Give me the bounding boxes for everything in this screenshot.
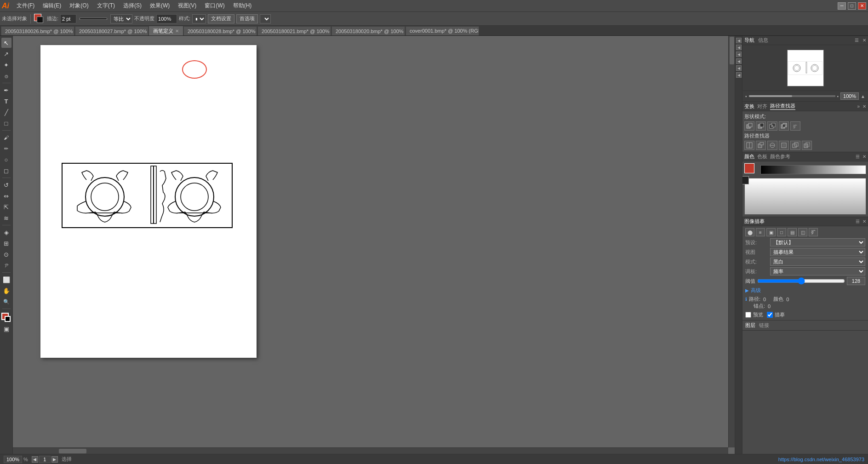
tab-4[interactable]: 200503180021.bmp* @ 100% (RGB/... ✕	[257, 26, 331, 35]
pathfinder-minus-back-btn[interactable]	[802, 141, 812, 150]
pen-tool-btn[interactable]: ✒	[1, 85, 11, 95]
direct-selection-tool-btn[interactable]: ↗	[1, 49, 11, 59]
trace-threshold-input[interactable]: 128	[847, 277, 865, 285]
stroke-color-box[interactable]	[37, 17, 43, 23]
menu-window[interactable]: 窗口(W)	[201, 1, 228, 11]
trace-icon-1[interactable]: ⬤	[745, 228, 754, 236]
screen-mode-btn[interactable]: ▣	[1, 324, 11, 334]
trace-palette-select[interactable]: 频率	[770, 267, 865, 275]
tab-5[interactable]: 200503180020.bmp* @ 100% (RGB/... ✕	[331, 26, 405, 35]
close-button[interactable]: ✕	[858, 2, 866, 10]
trace-menu-btn[interactable]: ☰	[856, 219, 860, 224]
panel-expand-btn-5[interactable]: ◀	[736, 65, 742, 71]
status-prev-btn[interactable]: ◀	[32, 456, 38, 463]
canvas-horizontal-scrollbar[interactable]	[13, 447, 728, 454]
trace-close-btn[interactable]: ✕	[862, 219, 866, 224]
shape-unite-btn[interactable]	[744, 121, 754, 131]
shape-exclude-btn[interactable]	[779, 121, 789, 131]
trace-icon-4[interactable]: □	[777, 228, 786, 236]
artboard-tool-btn[interactable]: ⬜	[1, 275, 11, 285]
path-close-btn[interactable]: ✕	[862, 104, 866, 109]
gradient-area[interactable]	[744, 178, 866, 215]
snap-checkbox[interactable]	[767, 312, 773, 318]
minimize-button[interactable]: ─	[838, 2, 846, 10]
panel-expand-btn-4[interactable]: ◀	[736, 58, 742, 64]
advanced-row[interactable]: ▶ 高级	[745, 287, 865, 294]
zoom-minus-btn[interactable]: ▪	[745, 94, 747, 99]
color-close-btn[interactable]: ✕	[862, 154, 866, 159]
warp-tool-btn[interactable]: ≋	[1, 213, 11, 223]
menu-file[interactable]: 文件(F)	[13, 1, 38, 11]
eraser-tool-btn[interactable]: ◻	[1, 166, 11, 176]
links-tab[interactable]: 链接	[759, 322, 769, 329]
stroke-fill-indicator[interactable]	[34, 14, 45, 24]
shape-minus-btn[interactable]	[756, 121, 766, 131]
blob-brush-tool-btn[interactable]: ○	[1, 155, 11, 165]
shape-intersect-btn[interactable]	[767, 121, 777, 131]
tab-2-active[interactable]: 画笔定义 ✕	[149, 26, 183, 35]
panel-expand-btn-6[interactable]: ◀	[736, 72, 742, 78]
document-setup-button[interactable]: 文档设置	[208, 14, 234, 23]
trace-view-select[interactable]: 描摹结果	[770, 248, 865, 256]
tab-close-2[interactable]: ✕	[175, 29, 179, 34]
zoom-tool-btn[interactable]: 🔍	[1, 297, 11, 307]
scale-tool-btn[interactable]: ⇱	[1, 202, 11, 212]
selection-tool-btn[interactable]: ↖	[1, 38, 11, 48]
trace-icon-6[interactable]: ◫	[798, 228, 807, 236]
menu-view[interactable]: 视图(V)	[174, 1, 200, 11]
hand-tool-btn[interactable]: ✋	[1, 286, 11, 296]
transform-tab[interactable]: 变换	[744, 103, 754, 110]
pathfinder-outline-btn[interactable]	[790, 141, 800, 150]
stroke-indicator[interactable]	[5, 316, 11, 322]
panel-expand-btn-2[interactable]: ◀	[736, 45, 742, 50]
align-tab[interactable]: 对齐	[757, 103, 767, 110]
stroke-width-input[interactable]	[60, 14, 76, 23]
panel-expand-btn-3[interactable]: ◀	[736, 52, 742, 57]
color-indicator[interactable]	[1, 313, 11, 323]
vertical-scroll-thumb[interactable]	[730, 37, 734, 64]
pathfinder-trim-btn[interactable]	[756, 141, 766, 150]
trace-icon-5[interactable]: ▤	[788, 228, 797, 236]
pencil-tool-btn[interactable]: ✏	[1, 143, 11, 154]
style-select[interactable]: ■	[192, 14, 206, 23]
path-expand-btn[interactable]: »	[857, 104, 860, 109]
status-zoom-input[interactable]	[4, 456, 22, 463]
reflect-tool-btn[interactable]: ⇔	[1, 191, 11, 201]
trace-icon-2[interactable]: ≡	[756, 228, 765, 236]
zoom-plus-btn[interactable]: ▪	[837, 94, 839, 99]
background-color[interactable]	[742, 176, 749, 184]
nav-tab[interactable]: 导航	[744, 37, 754, 44]
canvas-vertical-scrollbar[interactable]	[728, 36, 735, 447]
trace-icon-7[interactable]: 扩	[809, 228, 818, 236]
menu-help[interactable]: 帮助(H)	[229, 1, 256, 11]
status-page-input[interactable]	[39, 456, 51, 463]
tab-6[interactable]: cover0001.bmp* @ 100% (RGB/预览) ✕	[405, 26, 479, 35]
gradient-bar[interactable]	[760, 165, 866, 174]
preview-checkbox[interactable]	[745, 312, 751, 318]
info-tab[interactable]: 信息	[758, 37, 768, 44]
stroke-type-select[interactable]: 等比	[110, 14, 132, 23]
nav-close-btn[interactable]: ✕	[862, 38, 866, 43]
trace-mode-select[interactable]: 黑白	[770, 258, 865, 266]
tab-1[interactable]: 200503180027.bmp* @ 100% (RGB/... ✕	[75, 26, 148, 35]
color-menu-btn[interactable]: ☰	[856, 154, 860, 159]
magic-wand-tool-btn[interactable]: ✦	[1, 60, 11, 70]
zoom-input[interactable]: 100%	[840, 92, 859, 100]
tab-3[interactable]: 200503180028.bmp* @ 100% (RGB/... ✕	[183, 26, 257, 35]
nav-menu-btn[interactable]: ☰	[855, 38, 859, 43]
menu-edit[interactable]: 编辑(E)	[39, 1, 65, 11]
horizontal-scroll-thumb[interactable]	[59, 449, 86, 453]
lasso-tool-btn[interactable]: ⌾	[1, 71, 11, 81]
pathfinder-merge-btn[interactable]	[767, 141, 777, 150]
mesh-tool-btn[interactable]: ⊞	[1, 238, 11, 248]
pathfinder-tab[interactable]: 路径查找器	[770, 103, 795, 110]
swatch-tab[interactable]: 色板	[757, 153, 767, 160]
trace-icon-3[interactable]: ▣	[766, 228, 776, 236]
rotate-tool-btn[interactable]: ↺	[1, 180, 11, 190]
menu-select[interactable]: 选择(S)	[120, 1, 145, 11]
trace-preset-select[interactable]: 【默认】	[770, 238, 865, 246]
zoom-slider[interactable]	[749, 95, 835, 97]
line-tool-btn[interactable]: ╱	[1, 107, 11, 117]
arrange-select[interactable]: ▾	[260, 14, 271, 23]
layers-tab[interactable]: 图层	[745, 322, 755, 329]
